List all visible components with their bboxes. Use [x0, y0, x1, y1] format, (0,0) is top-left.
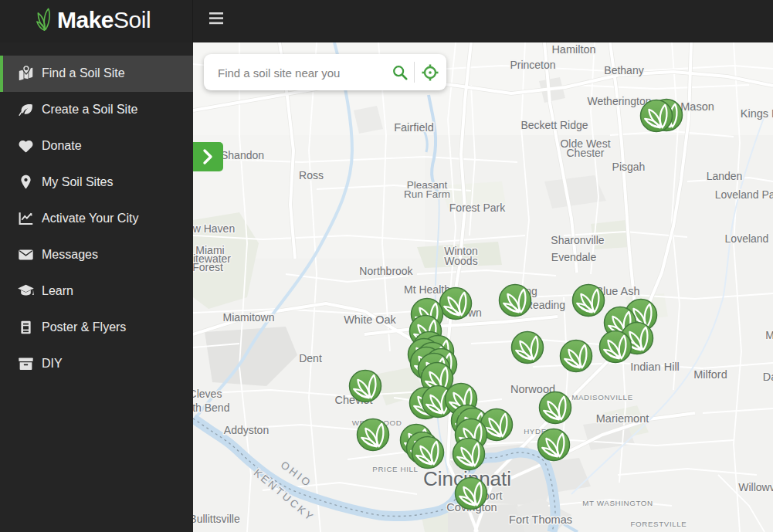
- svg-text:Da: Da: [763, 371, 773, 383]
- svg-text:Pisgah: Pisgah: [612, 161, 646, 173]
- svg-text:Evendale: Evendale: [551, 251, 597, 263]
- svg-text:FORESTVILLE: FORESTVILLE: [630, 520, 687, 528]
- svg-text:Beckett Ridge: Beckett Ridge: [520, 119, 588, 131]
- svg-text:Kings M: Kings M: [741, 107, 773, 120]
- svg-text:Ross: Ross: [299, 169, 324, 181]
- svg-text:Sharonville: Sharonville: [551, 234, 604, 246]
- svg-text:Hamilton: Hamilton: [551, 43, 595, 56]
- svg-text:Bullittsville: Bullittsville: [193, 513, 240, 525]
- svg-text:North Bend: North Bend: [193, 402, 229, 414]
- svg-text:Northbrook: Northbrook: [359, 265, 413, 277]
- svg-text:M: M: [765, 329, 773, 341]
- svg-text:Miamitown: Miamitown: [223, 311, 275, 324]
- svg-text:Chester: Chester: [566, 147, 604, 159]
- svg-text:MADISONVILLE: MADISONVILLE: [571, 393, 633, 402]
- svg-text:Forest: Forest: [193, 261, 223, 273]
- svg-text:Loveland Par: Loveland Par: [715, 188, 773, 201]
- svg-text:Milford: Milford: [693, 368, 727, 381]
- svg-text:Run Farm: Run Farm: [404, 188, 450, 200]
- svg-text:Woods: Woods: [444, 255, 477, 267]
- svg-text:Shandon: Shandon: [221, 149, 264, 161]
- svg-text:Fairfield: Fairfield: [394, 121, 434, 134]
- svg-text:MT WASHINGTON: MT WASHINGTON: [582, 499, 653, 507]
- svg-text:Landen: Landen: [707, 170, 743, 182]
- svg-text:Bethany: Bethany: [604, 64, 643, 76]
- svg-text:White Oak: White Oak: [344, 313, 396, 326]
- svg-text:Fort Thomas: Fort Thomas: [509, 513, 572, 526]
- svg-text:Princeton: Princeton: [510, 59, 555, 71]
- svg-text:PRICE HILL: PRICE HILL: [372, 465, 418, 473]
- svg-text:Dent: Dent: [299, 352, 322, 364]
- svg-text:Wetherington: Wetherington: [587, 95, 651, 107]
- svg-text:Mason: Mason: [680, 100, 714, 113]
- svg-text:Indian Hill: Indian Hill: [630, 361, 680, 373]
- svg-text:Willowv: Willowv: [738, 481, 773, 493]
- svg-text:Loveland: Loveland: [725, 232, 769, 245]
- svg-text:Forest Park: Forest Park: [449, 202, 506, 214]
- svg-text:Addyston: Addyston: [224, 424, 269, 436]
- svg-text:New Haven: New Haven: [193, 222, 235, 235]
- svg-text:Cleves: Cleves: [193, 388, 222, 400]
- svg-text:Mariemont: Mariemont: [596, 412, 649, 425]
